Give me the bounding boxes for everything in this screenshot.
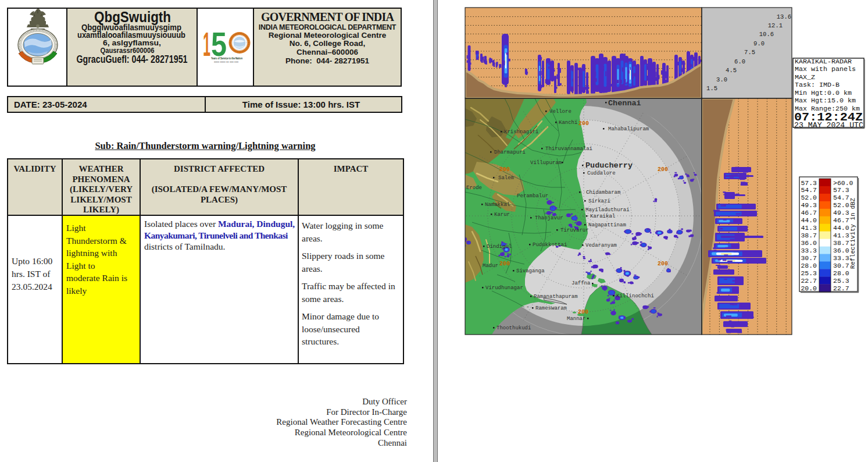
- svg-text:38.7: 38.7: [801, 232, 817, 239]
- svg-text:Salem: Salem: [498, 175, 514, 181]
- svg-text:4.5: 4.5: [726, 67, 737, 74]
- svg-text:Virudhunagar: Virudhunagar: [485, 285, 523, 291]
- svg-text:Puducherry: Puducherry: [585, 161, 633, 170]
- svg-text:28.0: 28.0: [833, 269, 849, 277]
- svg-text:Ramanathapuram: Ramanathapuram: [534, 294, 578, 300]
- svg-text:6, aslgyflamsu,: 6, aslgyflamsu,: [103, 39, 161, 47]
- svg-text:7.5: 7.5: [744, 49, 755, 56]
- svg-text:22.7: 22.7: [801, 277, 817, 285]
- svg-text:25.3: 25.3: [833, 277, 849, 285]
- svg-text:Tiruvarur: Tiruvarur: [560, 228, 589, 233]
- svg-text:Nagapattinam: Nagapattinam: [588, 222, 626, 228]
- svg-text:Max with panels: Max with panels: [795, 65, 856, 73]
- svg-text:Reflectivity in dBZ: Reflectivity in dBZ: [849, 198, 856, 269]
- svg-text:Sivaganga: Sivaganga: [516, 268, 545, 274]
- svg-text:Jaffna: Jaffna: [571, 280, 591, 286]
- svg-text:36.0: 36.0: [833, 247, 849, 254]
- svg-text:Killinochchi: Killinochchi: [616, 293, 654, 299]
- svg-text:uxamtlalooafilasmuuysiouuub: uxamtlalooafilasmuuysiouuub: [77, 30, 185, 40]
- svg-text:1.5: 1.5: [706, 85, 717, 92]
- svg-text:Pudukkottai: Pudukkottai: [533, 242, 567, 248]
- svg-text:Thiruvannamalai: Thiruvannamalai: [545, 146, 592, 152]
- svg-text:33.3: 33.3: [801, 247, 817, 254]
- svg-text:Max Hgt:15.0 km: Max Hgt:15.0 km: [795, 97, 856, 104]
- svg-text:20.0: 20.0: [801, 285, 817, 292]
- svg-text:28.0: 28.0: [801, 262, 817, 269]
- svg-text:Rameswaram: Rameswaram: [535, 305, 567, 311]
- svg-text:9.0: 9.0: [753, 40, 765, 47]
- svg-text:Vedaranyam: Vedaranyam: [585, 243, 617, 248]
- svg-text:54.7: 54.7: [833, 194, 849, 201]
- svg-text:Min Hgt:0.0 km: Min Hgt:0.0 km: [795, 89, 852, 97]
- svg-text:6.0: 6.0: [734, 58, 745, 65]
- svg-text:12.1: 12.1: [768, 22, 783, 29]
- svg-text:-: -: [526, 304, 530, 310]
- svg-text:57.3: 57.3: [833, 186, 849, 194]
- svg-text:57.3: 57.3: [801, 179, 817, 187]
- svg-text:Erode: Erode: [466, 185, 482, 191]
- svg-text:GgracuGuefl: 044- 28271951: GgracuGuefl: 044- 28271951: [77, 54, 188, 65]
- svg-text:Cuddalore: Cuddalore: [587, 170, 616, 176]
- svg-text:Kanchi: Kanchi: [559, 120, 577, 126]
- svg-text:Sirkazi: Sirkazi: [588, 198, 610, 204]
- svg-text:200: 200: [578, 120, 589, 127]
- svg-text:Madur: Madur: [483, 263, 498, 269]
- svg-text:Villupuram: Villupuram: [530, 160, 562, 166]
- svg-text:41.3: 41.3: [833, 232, 849, 239]
- svg-text:52.0: 52.0: [833, 201, 849, 209]
- svg-text:Namakkal: Namakkal: [485, 202, 510, 208]
- svg-text:Krishnagiri: Krishnagiri: [504, 129, 538, 135]
- svg-text:>60.0: >60.0: [833, 179, 853, 187]
- svg-text:200: 200: [658, 261, 668, 267]
- svg-text:Task: IMD-B: Task: IMD-B: [795, 81, 840, 88]
- svg-text:Mahabalipuram: Mahabalipuram: [608, 126, 649, 132]
- svg-text:KARAIKAL-RADAR: KARAIKAL-RADAR: [795, 58, 852, 65]
- svg-text:Mayiladuthurai: Mayiladuthurai: [585, 207, 630, 213]
- svg-text:25.3: 25.3: [801, 269, 817, 277]
- svg-text:3.0: 3.0: [716, 76, 727, 83]
- svg-text:Perambalur: Perambalur: [517, 193, 548, 199]
- svg-text:MAX_Z: MAX_Z: [795, 73, 815, 81]
- svg-text:30.7: 30.7: [801, 254, 817, 262]
- svg-text:Karaikal: Karaikal: [590, 214, 615, 219]
- svg-text:200: 200: [658, 166, 668, 173]
- svg-text:38.7: 38.7: [833, 239, 849, 247]
- svg-text:33.3: 33.3: [833, 254, 849, 262]
- svg-text:52.0: 52.0: [801, 194, 817, 201]
- svg-text:1: 1: [203, 26, 210, 63]
- svg-text:xxxx xxxx xx xxx xxx: xxxx xxxx xx xxx xxx: [214, 60, 238, 63]
- svg-text:13.6: 13.6: [777, 13, 791, 20]
- svg-text:200: 200: [578, 309, 588, 315]
- svg-text:49.3: 49.3: [833, 209, 849, 216]
- svg-text:23 MAY 2024 UTC: 23 MAY 2024 UTC: [794, 121, 863, 130]
- svg-text:41.3: 41.3: [801, 224, 817, 232]
- svg-text:Vellore: Vellore: [549, 109, 571, 115]
- svg-text:200: 200: [499, 166, 510, 173]
- svg-text:36.0: 36.0: [801, 239, 817, 247]
- svg-text:22.7: 22.7: [833, 285, 849, 292]
- svg-text:Chidambaram: Chidambaram: [586, 190, 620, 196]
- svg-text:Dharmapuri: Dharmapuri: [494, 150, 526, 155]
- svg-text:Thanjavur: Thanjavur: [535, 215, 563, 221]
- svg-text:Dindigul: Dindigul: [487, 244, 512, 250]
- svg-text:Mannar: Mannar: [567, 316, 585, 322]
- svg-text:Thoothukudi: Thoothukudi: [496, 325, 531, 331]
- svg-text:Chennai: Chennai: [608, 99, 641, 108]
- svg-text:200: 200: [499, 261, 510, 267]
- svg-text:44.0: 44.0: [801, 216, 817, 224]
- svg-text:Karur: Karur: [494, 212, 510, 218]
- svg-text:49.3: 49.3: [801, 201, 817, 209]
- svg-text:10.6: 10.6: [759, 31, 774, 38]
- svg-text:30.7: 30.7: [833, 262, 849, 269]
- svg-text:Years of Service to the Nation: Years of Service to the Nation: [211, 56, 242, 60]
- svg-text:46.7: 46.7: [801, 209, 817, 216]
- svg-text:54.7: 54.7: [801, 186, 817, 194]
- svg-text:46.7: 46.7: [833, 216, 849, 224]
- svg-text:44.0: 44.0: [833, 224, 849, 232]
